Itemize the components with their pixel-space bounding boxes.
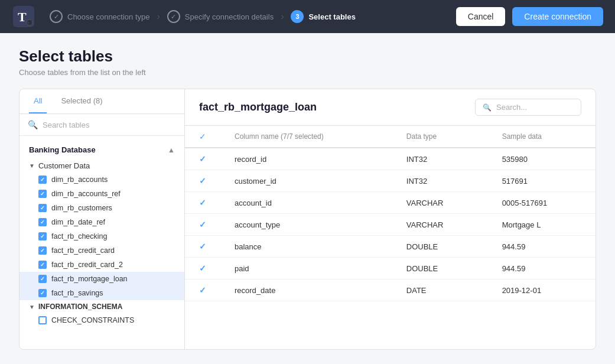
checkbox-dim-rb-date-ref[interactable]: ✓ [38,218,47,226]
row-data-type: DATE [392,280,488,301]
table-label: fact_rb_checking [51,232,108,240]
checkbox-fact-rb-checking[interactable]: ✓ [38,232,47,240]
tab-all[interactable]: All [29,89,47,113]
category-label-1: Customer Data [38,161,90,170]
tab-selected[interactable]: Selected (8) [56,89,107,113]
collapse-icon[interactable]: ▲ [168,146,175,154]
row-sample-data: 517691 [488,170,596,192]
column-search-input[interactable] [496,103,574,112]
row-check-cell[interactable]: ✓ [185,258,220,280]
columns-table-container: ✓ Column name (7/7 selected) Data type S… [185,126,596,349]
table-item-dim-rb-accounts-ref[interactable]: ✓ dim_rb_accounts_ref [19,187,184,201]
row-col-name: record_id [220,148,392,170]
table-label: dim_rb_accounts_ref [51,190,121,198]
search-tables-input[interactable] [43,121,176,129]
step-1-label: Choose connection type [67,12,149,21]
table-row: ✓ record_date DATE 2019-12-01 [185,280,596,301]
row-col-name: balance [220,236,392,258]
tabs-container: All Selected (8) [19,89,184,114]
table-label: fact_rb_mortgage_loan [51,275,128,283]
row-check-cell[interactable]: ✓ [185,214,220,236]
row-sample-data: 944.59 [488,236,596,258]
checkbox-fact-rb-credit-card-2[interactable]: ✓ [38,261,47,269]
row-col-name: record_date [220,280,392,301]
table-label: dim_rb_customers [51,204,112,212]
checkbox-fact-rb-credit-card[interactable]: ✓ [38,246,47,255]
page-subtitle: Choose tables from the list on the left [19,68,596,77]
row-check-icon: ✓ [199,264,206,273]
category-arrow-1: ▼ [29,162,35,169]
step-3: 3 Select tables [291,10,356,23]
database-name: Banking Database [29,145,96,154]
row-sample-data: Mortgage L [488,214,596,236]
row-col-name: customer_id [220,170,392,192]
row-data-type: VARCHAR [392,214,488,236]
table-label: dim_rb_accounts [51,176,108,184]
table-tree: Banking Database ▲ ▼ Customer Data ✓ dim… [19,136,184,349]
category-arrow-2: ▼ [29,304,35,310]
main-content: Select tables Choose tables from the lis… [0,33,615,364]
table-item-fact-rb-checking[interactable]: ✓ fact_rb_checking [19,229,184,243]
row-check-cell[interactable]: ✓ [185,148,220,170]
category-information-schema[interactable]: ▼ INFORMATION_SCHEMA [19,300,184,313]
row-check-cell[interactable]: ✓ [185,280,220,301]
table-row: ✓ record_id INT32 535980 [185,148,596,170]
row-check-icon: ✓ [199,220,206,229]
step-2-label: Specify connection details [185,12,274,21]
table-item-dim-rb-accounts[interactable]: ✓ dim_rb_accounts [19,173,184,187]
row-col-name: account_id [220,192,392,214]
table-item-fact-rb-savings[interactable]: ✓ fact_rb_savings [19,286,184,300]
row-check-icon: ✓ [199,198,206,207]
divider-1: › [157,11,160,22]
checkbox-dim-rb-customers[interactable]: ✓ [38,204,47,212]
row-sample-data: 0005-517691 [488,192,596,214]
step-3-label: Select tables [308,12,356,21]
step-3-icon: 3 [291,10,304,23]
row-data-type: VARCHAR [392,192,488,214]
table-row: ✓ account_id VARCHAR 0005-517691 [185,192,596,214]
checkbox-fact-rb-savings[interactable]: ✓ [38,289,47,297]
row-col-name: paid [220,258,392,280]
row-check-icon: ✓ [199,176,206,186]
category-label-2: INFORMATION_SCHEMA [38,303,122,311]
table-item-fact-rb-mortgage-loan[interactable]: ✓ fact_rb_mortgage_loan [19,272,184,286]
table-row: ✓ paid DOUBLE 944.59 [185,258,596,280]
checkbox-check-constraints[interactable] [38,316,47,324]
content-area: All Selected (8) 🔍 Banking Database ▲ ▼ … [19,89,596,350]
row-data-type: INT32 [392,170,488,192]
step-2: ✓ Specify connection details [167,10,274,23]
database-header: Banking Database ▲ [19,141,184,159]
checkbox-dim-rb-accounts-ref[interactable]: ✓ [38,190,47,198]
col-name-header[interactable]: Column name (7/7 selected) [220,126,392,148]
row-check-cell[interactable]: ✓ [185,170,220,192]
step-1: ✓ Choose connection type [50,10,149,23]
table-row: ✓ customer_id INT32 517691 [185,170,596,192]
category-customer-data[interactable]: ▼ Customer Data [19,159,184,173]
row-data-type: INT32 [392,148,488,170]
page-title: Select tables [19,47,596,66]
row-check-icon: ✓ [199,154,206,164]
create-connection-button[interactable]: Create connection [512,7,603,26]
row-check-icon: ✓ [199,242,206,251]
svg-text:T: T [18,9,27,24]
col-sample-header: Sample data [488,126,596,148]
table-item-dim-rb-customers[interactable]: ✓ dim_rb_customers [19,201,184,215]
select-all-icon: ✓ [199,132,206,141]
table-label: fact_rb_credit_card_2 [51,261,123,269]
row-check-cell[interactable]: ✓ [185,236,220,258]
right-panel: fact_rb_mortgage_loan 🔍 ✓ Column name (7… [185,89,596,349]
row-sample-data: 2019-12-01 [488,280,596,301]
search-icon: 🔍 [28,120,38,129]
table-item-dim-rb-date-ref[interactable]: ✓ dim_rb_date_ref [19,215,184,229]
col-datatype-header[interactable]: Data type [392,126,488,148]
checkbox-fact-rb-mortgage-loan[interactable]: ✓ [38,275,47,283]
table-item-fact-rb-credit-card-2[interactable]: ✓ fact_rb_credit_card_2 [19,258,184,272]
row-check-cell[interactable]: ✓ [185,192,220,214]
right-panel-header: fact_rb_mortgage_loan 🔍 [185,89,596,126]
table-item-check-constraints[interactable]: CHECK_CONSTRAINTS [19,313,184,327]
cancel-button[interactable]: Cancel [456,7,506,26]
table-item-fact-rb-credit-card[interactable]: ✓ fact_rb_credit_card [19,243,184,258]
checkbox-dim-rb-accounts[interactable]: ✓ [38,176,47,184]
columns-table: ✓ Column name (7/7 selected) Data type S… [185,126,596,301]
col-check-header[interactable]: ✓ [185,126,220,148]
